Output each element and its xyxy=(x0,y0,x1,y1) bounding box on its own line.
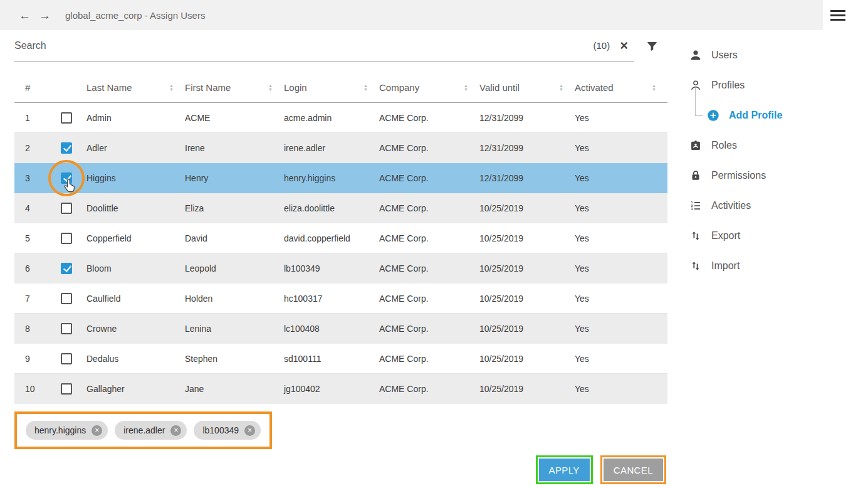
sort-icon[interactable]: ▲▼ xyxy=(559,84,563,92)
table-row[interactable]: 8CrowneLeninalc100408ACME Corp.10/25/201… xyxy=(14,314,667,344)
cell-valid: 10/25/2019 xyxy=(479,233,575,243)
cell-company: ACME Corp. xyxy=(379,263,479,273)
cell-number: 6 xyxy=(14,263,61,273)
cell-login: sd100111 xyxy=(284,354,379,364)
cell-company: ACME Corp. xyxy=(379,384,479,394)
sidebar-item-permissions[interactable]: Permissions xyxy=(667,161,868,191)
chip-remove-icon[interactable]: × xyxy=(244,425,255,436)
sort-icon[interactable]: ▲▼ xyxy=(268,84,273,92)
table-row[interactable]: 4DoolittleElizaeliza.doolittleACME Corp.… xyxy=(14,193,667,223)
sort-icon[interactable]: ▲▼ xyxy=(464,84,468,92)
cell-activated: Yes xyxy=(575,263,667,273)
sidebar-item-roles[interactable]: Roles xyxy=(667,130,868,161)
sidebar-item-activities[interactable]: Activities xyxy=(667,191,868,221)
cell-checkbox xyxy=(61,353,86,364)
sidebar-item-label: Add Profile xyxy=(729,110,782,121)
row-checkbox[interactable] xyxy=(61,263,72,274)
apply-button[interactable]: APPLY xyxy=(539,459,590,481)
cell-valid: 12/31/2099 xyxy=(479,113,575,123)
column-header-login[interactable]: Login▲▼ xyxy=(284,82,379,93)
cell-last: Bloom xyxy=(86,263,185,273)
sort-icon[interactable]: ▲▼ xyxy=(652,84,656,92)
sidebar-item-export[interactable]: Export xyxy=(667,221,868,251)
cell-login: henry.higgins xyxy=(284,173,379,183)
sidebar-item-label: Import xyxy=(711,260,740,272)
chip-remove-icon[interactable]: × xyxy=(170,425,181,436)
table-row[interactable]: 7CaulfieldHoldenhc100317ACME Corp.10/25/… xyxy=(14,284,667,314)
table-row[interactable]: 1AdminACMEacme.adminACME Corp.12/31/2099… xyxy=(14,103,667,133)
row-checkbox[interactable] xyxy=(61,383,72,395)
cell-activated: Yes xyxy=(575,294,667,304)
table-row[interactable]: 5CopperfieldDaviddavid.copperfieldACME C… xyxy=(14,223,667,253)
row-checkbox[interactable] xyxy=(61,323,72,334)
column-header-first[interactable]: First Name▲▼ xyxy=(185,82,284,93)
main-content: (10) × #Last Name▲▼First Name▲▼Login▲▼Co… xyxy=(0,30,667,484)
menu-button[interactable] xyxy=(823,0,868,30)
sidebar-nav: UsersProfilesAdd ProfileRolesPermissions… xyxy=(667,30,868,488)
row-checkbox[interactable] xyxy=(61,172,72,184)
column-header-last[interactable]: Last Name▲▼ xyxy=(86,82,185,93)
clear-search-icon[interactable]: × xyxy=(620,39,628,53)
chip-label: lb100349 xyxy=(202,425,239,435)
column-header-company[interactable]: Company▲▼ xyxy=(379,82,479,93)
table-row[interactable]: 3HigginsHenryhenry.higginsACME Corp.12/3… xyxy=(14,163,667,193)
page-title: global_acme_corp - Assign Users xyxy=(65,10,205,21)
column-header-label: Valid until xyxy=(479,82,520,93)
cancel-button[interactable]: CANCEL xyxy=(604,459,663,481)
table-row[interactable]: 9DedalusStephensd100111ACME Corp.10/25/2… xyxy=(14,344,667,374)
table-header-row: #Last Name▲▼First Name▲▼Login▲▼Company▲▼… xyxy=(14,73,667,103)
row-checkbox[interactable] xyxy=(61,353,72,364)
filter-icon[interactable] xyxy=(646,40,659,53)
cell-activated: Yes xyxy=(575,113,667,123)
cell-number: 8 xyxy=(14,324,61,334)
cell-first: Leopold xyxy=(185,263,284,273)
cell-first: Lenina xyxy=(185,324,284,334)
column-header-label: Login xyxy=(284,82,307,93)
badge-icon xyxy=(689,139,702,152)
table-row[interactable]: 10GallagherJanejg100402ACME Corp.10/25/2… xyxy=(14,374,667,404)
row-checkbox[interactable] xyxy=(61,233,72,244)
cell-company: ACME Corp. xyxy=(379,324,479,334)
search-input[interactable] xyxy=(14,40,587,51)
column-header-valid[interactable]: Valid until▲▼ xyxy=(479,82,575,93)
sidebar-item-import[interactable]: Import xyxy=(667,251,868,281)
cell-last: Higgins xyxy=(86,173,185,183)
sidebar-item-users[interactable]: Users xyxy=(667,40,868,70)
back-arrow-icon[interactable]: ← xyxy=(19,9,31,21)
cell-checkbox xyxy=(61,233,86,244)
cell-first: ACME xyxy=(185,113,284,123)
cell-activated: Yes xyxy=(575,203,667,213)
cell-checkbox xyxy=(61,203,86,214)
table-row[interactable]: 6BloomLeopoldlb100349ACME Corp.10/25/201… xyxy=(14,253,667,284)
annotation-apply-highlight: APPLY xyxy=(536,455,593,484)
cell-activated: Yes xyxy=(575,143,667,153)
sort-icon[interactable]: ▲▼ xyxy=(169,84,174,92)
row-checkbox[interactable] xyxy=(61,142,72,154)
action-buttons: APPLY CANCEL xyxy=(14,455,667,484)
forward-arrow-icon[interactable]: → xyxy=(39,9,51,21)
chip-label: irene.adler xyxy=(123,425,165,435)
cell-valid: 12/31/2099 xyxy=(479,143,575,153)
cell-checkbox xyxy=(61,142,86,154)
cell-number: 3 xyxy=(14,173,61,183)
cell-company: ACME Corp. xyxy=(379,203,479,213)
sidebar-item-add-profile[interactable]: Add Profile xyxy=(667,100,868,130)
row-checkbox[interactable] xyxy=(61,293,72,304)
column-header-activated[interactable]: Activated▲▼ xyxy=(575,82,667,93)
topbar: ← → global_acme_corp - Assign Users xyxy=(0,0,823,30)
row-checkbox[interactable] xyxy=(61,112,72,124)
cell-login: jg100402 xyxy=(284,384,379,394)
lock-icon xyxy=(689,169,702,182)
chip-remove-icon[interactable]: × xyxy=(92,425,102,436)
cell-first: Eliza xyxy=(185,203,284,213)
cell-last: Caulfield xyxy=(86,294,185,304)
sidebar-item-label: Profiles xyxy=(711,80,745,91)
cell-first: David xyxy=(185,233,284,243)
row-checkbox[interactable] xyxy=(61,203,72,214)
cell-activated: Yes xyxy=(575,354,667,364)
cell-number: 7 xyxy=(14,294,61,304)
cell-number: 2 xyxy=(14,143,61,153)
sort-icon[interactable]: ▲▼ xyxy=(363,84,368,92)
table-row[interactable]: 2AdlerIreneirene.adlerACME Corp.12/31/20… xyxy=(14,133,667,163)
cell-number: 10 xyxy=(14,384,61,394)
